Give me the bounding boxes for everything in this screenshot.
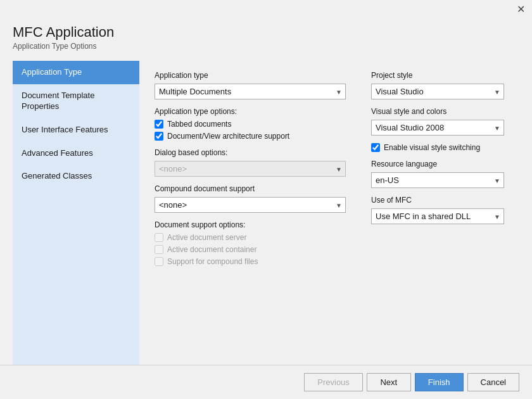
app-type-label: Application type [155, 71, 346, 80]
dialog-based-dropdown-wrapper: <none> ▼ [155, 161, 346, 177]
visual-style-switching-label: Enable visual style switching [384, 143, 480, 152]
resource-language-dropdown[interactable]: en-US en-GB de-DE fr-FR [371, 172, 504, 188]
active-doc-server-label: Active document server [167, 233, 246, 242]
right-panel: Project style Visual Studio MFC Standard… [371, 71, 504, 355]
app-type-options-label: Application type options: [155, 107, 346, 116]
dialog-body: Application Type Document Template Prope… [13, 61, 519, 365]
tabbed-documents-checkbox[interactable] [155, 120, 163, 129]
footer: Previous Next Finish Cancel [0, 365, 532, 399]
app-type-dropdown[interactable]: Single Document Multiple Documents Dialo… [155, 84, 346, 99]
compound-doc-dropdown[interactable]: <none> Container Mini-server Full-server… [155, 197, 346, 213]
active-doc-container-label: Active document container [167, 245, 256, 254]
project-style-dropdown-wrapper: Visual Studio MFC Standard ▼ [371, 84, 504, 99]
support-compound-checkbox[interactable] [155, 257, 163, 266]
dialog-title: MFC Application [13, 24, 519, 41]
previous-button[interactable]: Previous [304, 373, 363, 391]
next-button[interactable]: Next [367, 373, 411, 391]
sidebar-item-user-interface[interactable]: User Interface Features [13, 118, 139, 142]
sidebar-item-advanced-features[interactable]: Advanced Features [13, 142, 139, 165]
document-view-row: Document/View architecture support [155, 132, 346, 141]
active-doc-container-row: Active document container [155, 245, 346, 254]
app-type-dropdown-wrapper: Single Document Multiple Documents Dialo… [155, 84, 346, 99]
document-view-checkbox[interactable] [155, 132, 163, 141]
visual-style-switching-checkbox[interactable] [371, 143, 380, 152]
document-view-label: Document/View architecture support [167, 132, 289, 141]
tabbed-documents-row: Tabbed documents [155, 120, 346, 129]
use-mfc-dropdown[interactable]: Use MFC in a shared DLL Use MFC in a sta… [371, 208, 504, 224]
use-mfc-dropdown-wrapper: Use MFC in a shared DLL Use MFC in a sta… [371, 208, 504, 224]
dialog-container: MFC Application Application Type Options… [0, 18, 532, 365]
support-compound-label: Support for compound files [167, 257, 258, 266]
main-content: Application type Single Document Multipl… [139, 61, 519, 365]
visual-style-dropdown[interactable]: Visual Studio 2008 Windows Native/Defaul… [371, 120, 504, 136]
finish-button[interactable]: Finish [415, 373, 464, 391]
sidebar-item-generated-classes[interactable]: Generated Classes [13, 165, 139, 188]
dialog-based-label: Dialog based options: [155, 148, 346, 157]
visual-style-dropdown-wrapper: Visual Studio 2008 Windows Native/Defaul… [371, 120, 504, 136]
dialog-header: MFC Application Application Type Options [13, 18, 519, 61]
cancel-button[interactable]: Cancel [467, 373, 519, 391]
sidebar-item-document-template[interactable]: Document Template Properties [13, 84, 139, 118]
use-mfc-label: Use of MFC [371, 196, 504, 205]
active-doc-container-checkbox[interactable] [155, 245, 163, 254]
resource-language-label: Resource language [371, 160, 504, 168]
compound-doc-dropdown-wrapper: <none> Container Mini-server Full-server… [155, 197, 346, 213]
left-panel: Application type Single Document Multipl… [155, 71, 346, 355]
dialog-subtitle: Application Type Options [13, 42, 519, 51]
title-bar: ✕ [0, 0, 532, 18]
visual-style-label: Visual style and colors [371, 107, 504, 116]
active-doc-server-row: Active document server [155, 233, 346, 242]
resource-language-dropdown-wrapper: en-US en-GB de-DE fr-FR ▼ [371, 172, 504, 188]
doc-support-label: Document support options: [155, 220, 346, 229]
active-doc-server-checkbox[interactable] [155, 233, 163, 242]
support-compound-row: Support for compound files [155, 257, 346, 266]
sidebar-item-application-type[interactable]: Application Type [13, 61, 139, 84]
close-button[interactable]: ✕ [514, 3, 527, 15]
visual-style-switching-row: Enable visual style switching [371, 143, 504, 152]
compound-doc-label: Compound document support [155, 184, 346, 193]
project-style-label: Project style [371, 71, 504, 80]
tabbed-documents-label: Tabbed documents [167, 120, 231, 129]
sidebar: Application Type Document Template Prope… [13, 61, 139, 365]
dialog-based-dropdown[interactable]: <none> [155, 161, 346, 177]
project-style-dropdown[interactable]: Visual Studio MFC Standard [371, 84, 504, 99]
